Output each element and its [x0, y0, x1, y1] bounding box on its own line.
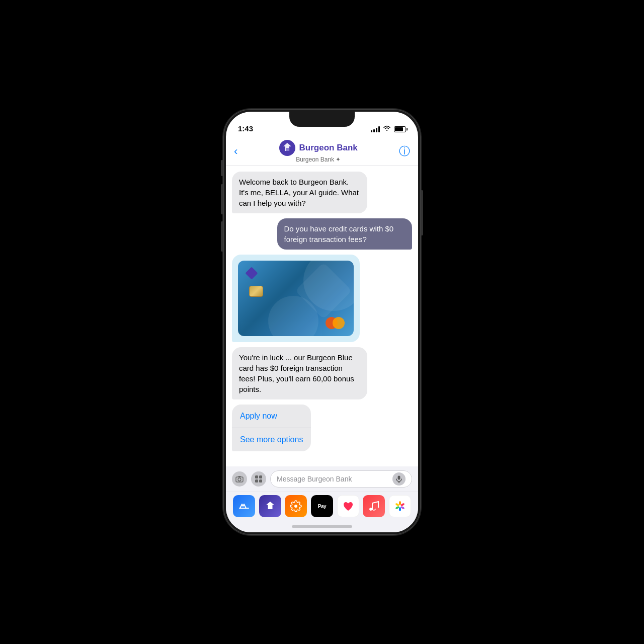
svg-rect-8	[398, 476, 400, 480]
photos-icon[interactable]	[389, 495, 411, 517]
bot-message-2: You're in luck ... our Burgeon Blue card…	[232, 347, 367, 399]
back-button[interactable]: ‹	[234, 145, 237, 158]
home-bar	[292, 525, 352, 528]
settings-icon[interactable]	[285, 495, 307, 517]
burgeon-bank-icon[interactable]	[259, 495, 281, 517]
notch	[289, 112, 355, 127]
input-placeholder: Message Burgeon Bank	[277, 475, 352, 483]
bank-header: Burgeon Bank	[279, 140, 358, 156]
svg-rect-3	[238, 476, 241, 477]
bot-message-1: Welcome back to Burgeon Bank. It's me, B…	[232, 172, 367, 213]
message-row: Welcome back to Burgeon Bank. It's me, B…	[232, 172, 412, 213]
apps-button[interactable]	[251, 471, 266, 487]
volume-silent-button	[221, 160, 223, 176]
svg-point-15	[399, 507, 401, 511]
svg-point-14	[400, 506, 405, 509]
options-bubble: Apply now See more options	[232, 405, 311, 451]
signal-icon	[371, 126, 380, 132]
music-icon[interactable]	[363, 495, 385, 517]
navigation-bar: ‹ Burgeon Bank Burgeon Bank ✦ ⓘ	[226, 136, 418, 166]
mastercard-icon	[326, 317, 345, 329]
info-button[interactable]: ⓘ	[399, 144, 410, 159]
input-bar: Message Burgeon Bank	[226, 466, 418, 492]
chat-area: Welcome back to Burgeon Bank. It's me, B…	[226, 166, 418, 466]
svg-point-16	[395, 506, 399, 509]
card-image-bubble	[232, 255, 360, 342]
chip-icon	[249, 286, 263, 297]
see-more-options-button[interactable]: See more options	[232, 428, 311, 451]
apple-pay-label: Pay	[318, 504, 326, 509]
health-icon[interactable]	[337, 495, 359, 517]
svg-rect-5	[259, 475, 262, 478]
camera-button[interactable]	[232, 471, 247, 487]
nav-center: Burgeon Bank Burgeon Bank ✦	[279, 140, 358, 163]
svg-point-17	[395, 503, 399, 506]
message-row: Do you have credit cards with $0 foreign…	[232, 218, 412, 250]
user-message-1: Do you have credit cards with $0 foreign…	[277, 218, 413, 250]
bank-name: Burgeon Bank	[299, 143, 358, 153]
svg-point-2	[238, 478, 241, 481]
bank-logo-icon	[279, 140, 295, 156]
apply-now-button[interactable]: Apply now	[232, 405, 311, 428]
volume-up-button	[221, 184, 223, 214]
verified-icon: ✦	[336, 156, 341, 163]
svg-rect-6	[255, 479, 258, 482]
phone-device: 1:43	[224, 110, 420, 534]
phone-screen: 1:43	[226, 112, 418, 532]
power-button	[421, 190, 423, 235]
home-indicator	[226, 520, 418, 532]
apple-pay-icon[interactable]: Pay	[311, 495, 333, 517]
credit-card-image	[238, 261, 354, 336]
status-icons	[371, 125, 406, 133]
svg-rect-4	[255, 475, 258, 478]
svg-point-13	[400, 503, 405, 506]
status-time: 1:43	[238, 124, 253, 133]
wifi-icon	[383, 125, 391, 133]
message-row: You're in luck ... our Burgeon Blue card…	[232, 347, 412, 399]
app-store-icon[interactable]	[233, 495, 255, 517]
message-row: Apply now See more options	[232, 405, 412, 451]
svg-point-12	[399, 501, 401, 505]
volume-down-button	[221, 221, 223, 252]
card-logo-icon	[247, 269, 256, 278]
battery-icon	[394, 126, 406, 132]
svg-point-11	[294, 505, 297, 508]
message-row	[232, 255, 412, 342]
svg-rect-7	[259, 479, 262, 482]
nav-subtitle: Burgeon Bank ✦	[296, 156, 341, 163]
voice-button[interactable]	[392, 472, 406, 486]
message-input[interactable]: Message Burgeon Bank	[270, 470, 412, 488]
app-dock: Pay	[226, 492, 418, 520]
